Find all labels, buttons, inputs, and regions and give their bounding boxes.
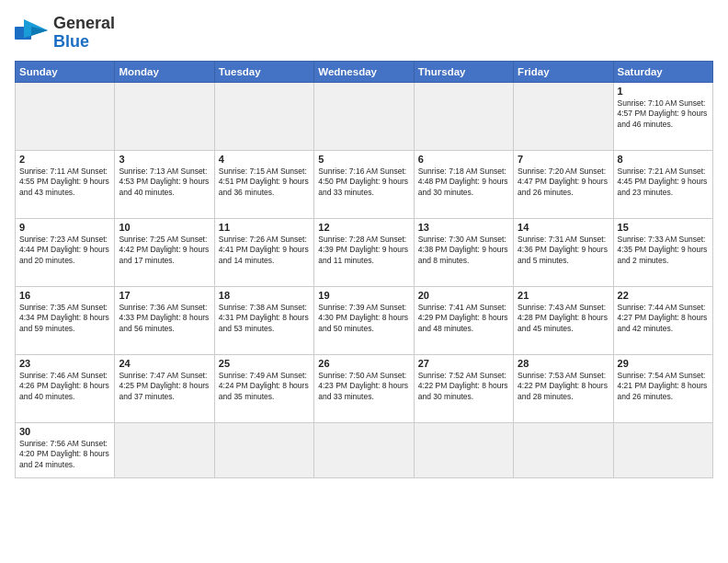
calendar-cell [214, 82, 313, 150]
calendar-cell [115, 82, 214, 150]
col-header-thursday: Thursday [414, 61, 513, 82]
day-info: Sunrise: 7:52 AM Sunset: 4:22 PM Dayligh… [418, 371, 509, 402]
day-info: Sunrise: 7:26 AM Sunset: 4:41 PM Dayligh… [219, 235, 310, 266]
calendar-cell: 2Sunrise: 7:11 AM Sunset: 4:55 PM Daylig… [16, 150, 115, 218]
day-number: 30 [19, 426, 110, 437]
day-number: 20 [418, 290, 509, 301]
calendar-cell: 28Sunrise: 7:53 AM Sunset: 4:22 PM Dayli… [514, 354, 613, 422]
calendar-cell: 27Sunrise: 7:52 AM Sunset: 4:22 PM Dayli… [414, 354, 513, 422]
calendar-cell [613, 422, 712, 477]
day-number: 19 [318, 290, 409, 301]
calendar-cell [414, 422, 513, 477]
day-number: 2 [19, 154, 110, 165]
day-info: Sunrise: 7:11 AM Sunset: 4:55 PM Dayligh… [19, 167, 110, 198]
day-info: Sunrise: 7:54 AM Sunset: 4:21 PM Dayligh… [618, 371, 709, 402]
calendar-cell: 24Sunrise: 7:47 AM Sunset: 4:25 PM Dayli… [115, 354, 214, 422]
day-number: 27 [418, 358, 509, 369]
day-number: 1 [618, 86, 709, 97]
col-header-tuesday: Tuesday [214, 61, 313, 82]
day-info: Sunrise: 7:21 AM Sunset: 4:45 PM Dayligh… [618, 167, 709, 198]
day-info: Sunrise: 7:23 AM Sunset: 4:44 PM Dayligh… [19, 235, 110, 266]
day-info: Sunrise: 7:16 AM Sunset: 4:50 PM Dayligh… [318, 167, 409, 198]
day-number: 24 [119, 358, 210, 369]
day-number: 18 [219, 290, 310, 301]
calendar-cell: 1Sunrise: 7:10 AM Sunset: 4:57 PM Daylig… [613, 82, 712, 150]
col-header-wednesday: Wednesday [314, 61, 414, 82]
day-number: 25 [219, 358, 310, 369]
day-info: Sunrise: 7:36 AM Sunset: 4:33 PM Dayligh… [119, 303, 210, 334]
day-info: Sunrise: 7:33 AM Sunset: 4:35 PM Dayligh… [618, 235, 709, 266]
calendar-cell: 29Sunrise: 7:54 AM Sunset: 4:21 PM Dayli… [613, 354, 712, 422]
day-info: Sunrise: 7:15 AM Sunset: 4:51 PM Dayligh… [219, 167, 310, 198]
calendar: SundayMondayTuesdayWednesdayThursdayFrid… [15, 61, 713, 478]
day-info: Sunrise: 7:35 AM Sunset: 4:34 PM Dayligh… [19, 303, 110, 334]
day-number: 14 [518, 222, 609, 233]
calendar-cell: 23Sunrise: 7:46 AM Sunset: 4:26 PM Dayli… [16, 354, 115, 422]
logo-icon [15, 19, 48, 47]
day-number: 10 [119, 222, 210, 233]
day-number: 29 [618, 358, 709, 369]
calendar-cell: 12Sunrise: 7:28 AM Sunset: 4:39 PM Dayli… [314, 218, 414, 286]
day-number: 11 [219, 222, 310, 233]
day-info: Sunrise: 7:38 AM Sunset: 4:31 PM Dayligh… [219, 303, 310, 334]
day-number: 26 [318, 358, 409, 369]
day-number: 15 [618, 222, 709, 233]
day-info: Sunrise: 7:47 AM Sunset: 4:25 PM Dayligh… [119, 371, 210, 402]
day-number: 9 [19, 222, 110, 233]
day-info: Sunrise: 7:50 AM Sunset: 4:23 PM Dayligh… [318, 371, 409, 402]
day-info: Sunrise: 7:25 AM Sunset: 4:42 PM Dayligh… [119, 235, 210, 266]
logo: General Blue [15, 15, 115, 52]
day-number: 4 [219, 154, 310, 165]
page: General Blue SundayMondayTuesdayWednesda… [0, 0, 728, 563]
calendar-cell: 22Sunrise: 7:44 AM Sunset: 4:27 PM Dayli… [613, 286, 712, 354]
calendar-cell [115, 422, 214, 477]
calendar-cell: 30Sunrise: 7:56 AM Sunset: 4:20 PM Dayli… [16, 422, 115, 477]
day-info: Sunrise: 7:49 AM Sunset: 4:24 PM Dayligh… [219, 371, 310, 402]
calendar-cell: 4Sunrise: 7:15 AM Sunset: 4:51 PM Daylig… [214, 150, 313, 218]
calendar-cell: 14Sunrise: 7:31 AM Sunset: 4:36 PM Dayli… [514, 218, 613, 286]
day-number: 17 [119, 290, 210, 301]
calendar-cell: 20Sunrise: 7:41 AM Sunset: 4:29 PM Dayli… [414, 286, 513, 354]
calendar-cell: 5Sunrise: 7:16 AM Sunset: 4:50 PM Daylig… [314, 150, 414, 218]
day-number: 12 [318, 222, 409, 233]
day-number: 23 [19, 358, 110, 369]
day-info: Sunrise: 7:43 AM Sunset: 4:28 PM Dayligh… [518, 303, 609, 334]
day-number: 8 [618, 154, 709, 165]
calendar-cell: 25Sunrise: 7:49 AM Sunset: 4:24 PM Dayli… [214, 354, 313, 422]
day-number: 3 [119, 154, 210, 165]
calendar-cell [514, 82, 613, 150]
day-info: Sunrise: 7:20 AM Sunset: 4:47 PM Dayligh… [518, 167, 609, 198]
day-number: 22 [618, 290, 709, 301]
calendar-cell: 15Sunrise: 7:33 AM Sunset: 4:35 PM Dayli… [613, 218, 712, 286]
day-info: Sunrise: 7:13 AM Sunset: 4:53 PM Dayligh… [119, 167, 210, 198]
calendar-cell: 13Sunrise: 7:30 AM Sunset: 4:38 PM Dayli… [414, 218, 513, 286]
calendar-cell [16, 82, 115, 150]
day-info: Sunrise: 7:31 AM Sunset: 4:36 PM Dayligh… [518, 235, 609, 266]
col-header-monday: Monday [115, 61, 214, 82]
calendar-cell: 6Sunrise: 7:18 AM Sunset: 4:48 PM Daylig… [414, 150, 513, 218]
calendar-cell: 7Sunrise: 7:20 AM Sunset: 4:47 PM Daylig… [514, 150, 613, 218]
calendar-cell: 3Sunrise: 7:13 AM Sunset: 4:53 PM Daylig… [115, 150, 214, 218]
calendar-cell: 26Sunrise: 7:50 AM Sunset: 4:23 PM Dayli… [314, 354, 414, 422]
calendar-cell: 11Sunrise: 7:26 AM Sunset: 4:41 PM Dayli… [214, 218, 313, 286]
day-info: Sunrise: 7:30 AM Sunset: 4:38 PM Dayligh… [418, 235, 509, 266]
day-info: Sunrise: 7:28 AM Sunset: 4:39 PM Dayligh… [318, 235, 409, 266]
logo-general: General [53, 14, 115, 32]
day-number: 5 [318, 154, 409, 165]
calendar-cell: 8Sunrise: 7:21 AM Sunset: 4:45 PM Daylig… [613, 150, 712, 218]
day-info: Sunrise: 7:41 AM Sunset: 4:29 PM Dayligh… [418, 303, 509, 334]
calendar-cell: 17Sunrise: 7:36 AM Sunset: 4:33 PM Dayli… [115, 286, 214, 354]
day-number: 21 [518, 290, 609, 301]
calendar-cell [214, 422, 313, 477]
day-number: 28 [518, 358, 609, 369]
calendar-header-row: SundayMondayTuesdayWednesdayThursdayFrid… [16, 61, 713, 82]
calendar-cell: 21Sunrise: 7:43 AM Sunset: 4:28 PM Dayli… [514, 286, 613, 354]
calendar-cell: 9Sunrise: 7:23 AM Sunset: 4:44 PM Daylig… [16, 218, 115, 286]
col-header-friday: Friday [514, 61, 613, 82]
calendar-cell: 18Sunrise: 7:38 AM Sunset: 4:31 PM Dayli… [214, 286, 313, 354]
logo-blue: Blue [53, 32, 89, 51]
day-number: 6 [418, 154, 509, 165]
day-info: Sunrise: 7:53 AM Sunset: 4:22 PM Dayligh… [518, 371, 609, 402]
calendar-cell [414, 82, 513, 150]
day-info: Sunrise: 7:44 AM Sunset: 4:27 PM Dayligh… [618, 303, 709, 334]
